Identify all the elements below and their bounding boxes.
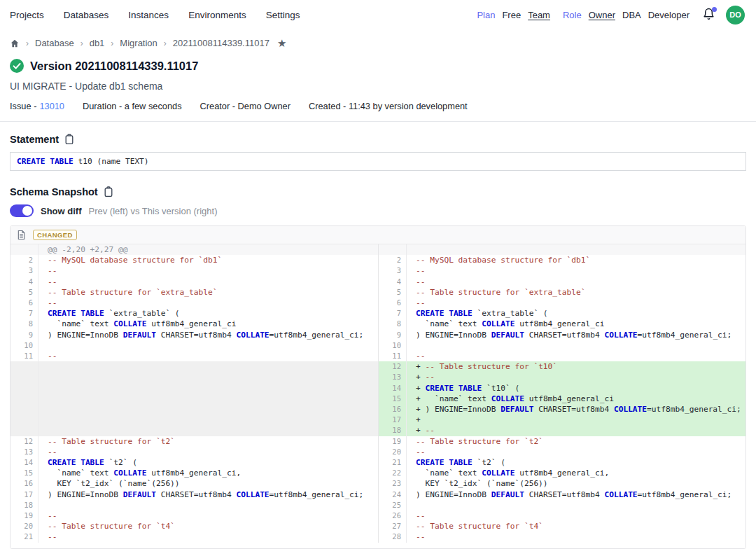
diff-code-line: --: [38, 531, 379, 542]
diff-line-number: 16: [379, 404, 407, 415]
schema-snapshot-title: Schema Snapshot: [10, 186, 98, 197]
diff-code-line: [38, 383, 379, 394]
diff-code-line: @@ -2,20 +2,27 @@: [38, 244, 379, 255]
diff-line-number: 13: [10, 447, 38, 457]
meta-creator: Creator - Demo Owner: [200, 101, 290, 111]
diff-line-number: [10, 244, 38, 255]
file-icon: [17, 230, 26, 240]
issue-link[interactable]: 13010: [39, 101, 64, 111]
diff-line-number: 8: [10, 319, 38, 329]
breadcrumb-migration[interactable]: Migration: [120, 38, 157, 48]
diff-line-number: 15: [10, 468, 38, 478]
role-owner[interactable]: Owner: [589, 10, 615, 20]
diff-code-line: --: [38, 265, 379, 276]
diff-code-line: -- Table structure for `extra_table`: [407, 287, 746, 298]
diff-code-line: CREATE TABLE `t2` (: [38, 457, 379, 468]
avatar[interactable]: DO: [726, 6, 745, 25]
diff-code-line: CREATE TABLE `t2` (: [407, 457, 746, 468]
diff-line-number: 3: [10, 265, 38, 276]
diff-code-line: --: [407, 531, 746, 542]
clipboard-icon: [104, 186, 113, 197]
diff-code-line: -- Table structure for `extra_table`: [38, 287, 379, 298]
diff-line-number: 16: [10, 478, 38, 489]
show-diff-toggle[interactable]: [10, 204, 34, 217]
breadcrumb: › Database › db1 › Migration › 202110081…: [10, 38, 746, 48]
plan-team-link[interactable]: Team: [528, 10, 550, 20]
diff-line-number: 15: [379, 394, 407, 404]
statement-code: CREATE TABLE t10 (name TEXT): [10, 152, 746, 171]
role-dba[interactable]: DBA: [622, 10, 641, 20]
diff-code-line: [38, 394, 379, 404]
diff-code-line: ) ENGINE=InnoDB DEFAULT CHARSET=utf8mb4 …: [407, 489, 746, 500]
notifications-button[interactable]: [702, 8, 716, 22]
diff-line-number: 26: [379, 510, 407, 521]
diff-code-line: +: [407, 415, 746, 425]
diff-line-number: 18: [379, 425, 407, 436]
diff-line-number: 8: [379, 319, 407, 329]
nav-item-environments[interactable]: Environments: [188, 10, 246, 20]
page-title: Version 20211008114339.11017: [30, 60, 198, 73]
diff-code-line: --: [407, 265, 746, 276]
diff-code-line: -- Table structure for `t2`: [38, 436, 379, 447]
diff-code-line: ) ENGINE=InnoDB DEFAULT CHARSET=utf8mb4 …: [407, 330, 746, 340]
diff-code-line: --: [407, 298, 746, 308]
diff-line-number: 20: [10, 521, 38, 531]
diff-code-line: -- Table structure for `t4`: [407, 521, 746, 531]
diff-body[interactable]: @@ -2,20 +2,27 @@2-- MySQL database stru…: [10, 244, 746, 548]
diff-code-line: --: [407, 277, 746, 287]
breadcrumb-database[interactable]: Database: [35, 38, 74, 48]
nav-item-instances[interactable]: Instances: [128, 10, 169, 20]
diff-line-number: 4: [379, 277, 407, 287]
breadcrumb-db1[interactable]: db1: [90, 38, 105, 48]
diff-line-number: 7: [379, 308, 407, 319]
diff-line-number: 24: [379, 489, 407, 500]
diff-line-number: 21: [379, 457, 407, 468]
diff-code-line: --: [38, 351, 379, 361]
diff-line-number: [10, 394, 38, 404]
diff-code-line: --: [38, 277, 379, 287]
diff-line-number: [10, 425, 38, 436]
diff-panel-header: CHANGED: [10, 226, 746, 244]
diff-code-line: -- Table structure for `t4`: [38, 521, 379, 531]
home-icon[interactable]: [10, 39, 20, 48]
success-check-icon: [10, 59, 24, 73]
nav-item-settings[interactable]: Settings: [266, 10, 300, 20]
diff-line-number: 7: [10, 308, 38, 319]
copy-snapshot-button[interactable]: [104, 186, 113, 197]
breadcrumb-version[interactable]: 20211008114339.11017: [173, 38, 270, 48]
clipboard-icon: [64, 134, 74, 145]
diff-code-line: [407, 500, 746, 510]
diff-code-line: + CREATE TABLE `t10` (: [407, 383, 746, 394]
diff-line-number: 21: [10, 531, 38, 542]
role-label: Role: [563, 10, 582, 20]
diff-line-number: 10: [379, 340, 407, 351]
diff-line-number: 12: [10, 436, 38, 447]
diff-line-number: 4: [10, 277, 38, 287]
role-developer[interactable]: Developer: [648, 10, 690, 20]
diff-code-line: -- MySQL database structure for `db1`: [407, 255, 746, 265]
diff-line-number: 28: [379, 531, 407, 542]
diff-code-line: --: [38, 510, 379, 521]
diff-line-number: [10, 383, 38, 394]
migration-description: UI MIGRATE - Update db1 schema: [10, 81, 746, 92]
plan-value: Free: [502, 10, 521, 20]
nav-item-projects[interactable]: Projects: [10, 10, 44, 20]
diff-line-number: 2: [10, 255, 38, 265]
favorite-star-icon[interactable]: ★: [277, 38, 286, 48]
nav-item-databases[interactable]: Databases: [64, 10, 109, 20]
diff-code-line: + --: [407, 425, 746, 436]
diff-code-line: [38, 361, 379, 372]
meta-row: Issue - 13010 Duration - a few seconds C…: [10, 101, 746, 111]
diff-code-line: + ) ENGINE=InnoDB DEFAULT CHARSET=utf8mb…: [407, 404, 746, 415]
diff-line-number: [10, 372, 38, 382]
diff-panel: CHANGED @@ -2,20 +2,27 @@2-- MySQL datab…: [10, 225, 746, 549]
diff-line-number: 20: [379, 447, 407, 457]
breadcrumb-separator: ›: [80, 39, 83, 48]
diff-line-number: 25: [379, 500, 407, 510]
diff-line-number: 12: [379, 361, 407, 372]
copy-statement-button[interactable]: [64, 134, 74, 145]
breadcrumb-separator: ›: [111, 39, 113, 48]
diff-code-line: [38, 372, 379, 382]
plan-label: Plan: [477, 10, 495, 20]
main-content: › Database › db1 › Migration › 202110081…: [0, 38, 756, 549]
